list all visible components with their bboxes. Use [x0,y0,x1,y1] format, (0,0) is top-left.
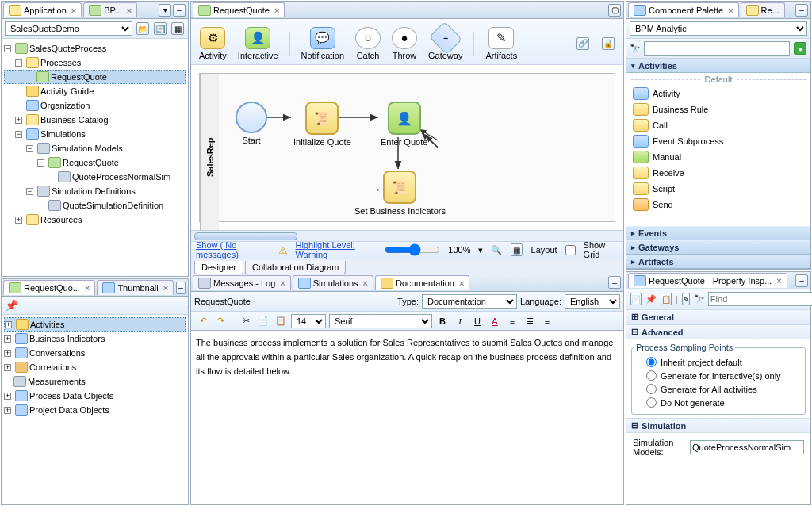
tab-messages-log[interactable]: Messages - Log× [193,275,291,290]
radio-interactive[interactable]: Generate for Interactive(s) only [634,369,803,382]
minimize-icon[interactable]: – [173,4,186,17]
font-size-select[interactable]: 14 [291,314,326,328]
close-icon[interactable]: × [71,6,76,15]
tool-artifacts[interactable]: ✎Artifacts [485,27,517,60]
close-icon[interactable]: × [280,278,285,288]
minimize-icon[interactable]: – [795,274,808,287]
expand-icon[interactable]: + [15,117,22,124]
palette-item-event-subprocess[interactable]: Event Subprocess [626,133,810,149]
doc-lang-select[interactable]: English [565,294,620,309]
tab-thumbnail[interactable]: Thumbnail× [97,280,174,295]
doc-editor[interactable]: The business process implements a soluti… [191,330,623,505]
refresh-icon[interactable]: 🔄 [154,22,167,35]
align-right-button[interactable]: ≡ [540,314,554,328]
minimize-icon[interactable]: – [608,276,621,289]
tab-collaboration[interactable]: Collaboration Diagram [245,261,346,274]
tab-simulations[interactable]: Simulations× [293,275,373,290]
close-icon[interactable]: × [85,283,90,293]
show-messages-link[interactable]: Show ( No messages) [196,240,270,259]
zoom-icon[interactable]: 🔍 [491,245,502,255]
close-icon[interactable]: × [127,6,132,15]
palette-category-select[interactable]: BPM Analytic [630,21,807,36]
palette-item-receive[interactable]: Receive [626,165,810,181]
expand-icon[interactable]: + [4,364,11,371]
copy-icon[interactable]: 📄 [256,314,270,328]
collapse-icon[interactable]: − [26,145,33,152]
font-color-button[interactable]: A [488,314,502,328]
filter-icon[interactable]: ▦ [171,22,184,35]
lock-icon[interactable]: 🔒 [602,37,615,50]
tab-documentation[interactable]: Documentation× [375,275,469,290]
show-grid-checkbox[interactable] [565,245,576,255]
node-enter-quote[interactable]: 👤Enter Quote [381,102,427,147]
tab-property-inspector[interactable]: RequestQuote - Property Insp...× [628,273,787,288]
sim-models-input[interactable] [690,440,804,454]
expand-icon[interactable]: + [5,321,12,328]
collapse-icon[interactable]: − [37,159,44,167]
tool-throw[interactable]: ●Throw [392,27,417,60]
collapse-icon[interactable]: − [15,131,22,138]
close-icon[interactable]: × [363,278,368,288]
close-icon[interactable]: × [163,283,168,293]
diagram-canvas[interactable]: SalesRep Start 📜Initialize Quote 👤Enter … [199,73,615,222]
radio-input[interactable] [646,397,657,408]
chevron-down-icon[interactable]: ▾ [159,4,171,17]
palette-item-activity[interactable]: Activity [626,86,810,102]
edit-icon[interactable]: ✎ [682,293,690,305]
scroll-thumb[interactable] [194,232,297,240]
close-icon[interactable]: × [274,6,279,15]
tool-activity[interactable]: ⚙Activity [199,27,227,60]
tab-request-quote-editor[interactable]: RequestQuote× [193,2,285,17]
palette-item-call[interactable]: Call [626,117,810,133]
project-tree[interactable]: −SalesQuoteProcess −Processes RequestQuo… [2,39,188,276]
expand-icon[interactable]: + [4,350,11,357]
radio-all[interactable]: Generate for All activities [634,382,803,396]
tab-application[interactable]: Application× [3,2,82,17]
zoom-slider[interactable] [385,243,440,256]
align-left-button[interactable]: ≡ [505,314,519,328]
redo-icon[interactable]: ↷ [213,314,228,328]
canvas-hscroll[interactable] [191,230,623,241]
node-start[interactable]: Start [236,102,267,145]
section-simulation[interactable]: ⊟Simulation [626,418,810,433]
section-general[interactable]: ⊞General [626,309,810,324]
prop-icon-1[interactable]: 📄 [630,293,642,305]
section-events[interactable]: ▸Events [626,226,810,240]
palette-search-input[interactable] [644,41,790,56]
expand-icon[interactable]: + [4,393,11,400]
tool-catch[interactable]: ○Catch [355,27,381,60]
section-artifacts[interactable]: ▸Artifacts [626,255,810,269]
minimize-icon[interactable]: – [176,282,186,294]
highlight-level-link[interactable]: Highlight Level: Warning [296,240,377,259]
close-icon[interactable]: × [459,278,464,288]
expand-icon[interactable]: + [15,217,22,224]
section-gateways[interactable]: ▸Gateways [626,240,810,255]
lane-salesrep[interactable]: SalesRep [200,74,219,230]
doc-type-select[interactable]: Documentation [422,294,517,309]
layout-config-icon[interactable]: ▦ [511,243,522,256]
tab-component-palette[interactable]: Component Palette× [628,2,739,17]
paste-icon[interactable]: 📋 [274,314,288,328]
palette-item-script[interactable]: Script [626,181,810,197]
pin-icon[interactable]: 📌 [645,294,657,305]
radio-input[interactable] [646,357,657,367]
node-set-business-indicators[interactable]: 📜Set Business Indicators [354,171,446,216]
collapse-icon[interactable]: − [26,188,33,195]
radio-none[interactable]: Do Not generate [634,396,803,409]
section-advanced[interactable]: ⊟Advanced [626,324,810,339]
tool-notification[interactable]: 💬Notification [301,27,344,60]
tab-bp[interactable]: BP...× [83,2,137,17]
add-icon[interactable]: ● [794,42,806,55]
prop-icon-2[interactable]: 📋 [661,293,672,305]
open-folder-icon[interactable]: 📂 [136,22,149,35]
maximize-icon[interactable]: ▢ [608,4,621,17]
close-icon[interactable]: × [728,6,733,15]
tab-designer[interactable]: Designer [194,261,243,274]
tab-request-quote-struct[interactable]: RequestQuo...× [3,280,95,295]
expand-icon[interactable]: + [4,407,11,414]
bold-button[interactable]: B [435,314,450,328]
tool-gateway[interactable]: +Gateway [428,27,462,60]
node-initialize-quote[interactable]: 📜Initialize Quote [293,102,351,147]
italic-button[interactable]: I [453,314,467,328]
view-icon[interactable]: 🔗 [576,37,589,50]
